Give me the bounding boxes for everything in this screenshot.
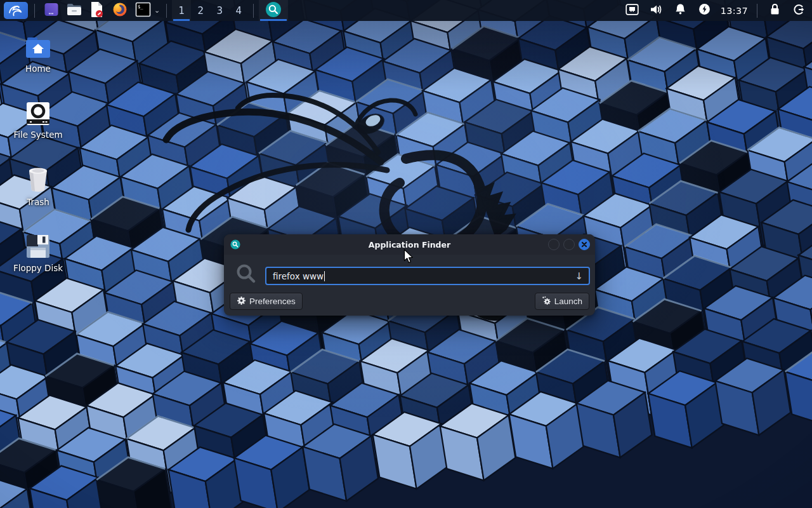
home-folder-icon [3,36,74,60]
notifications-tray-button[interactable] [674,0,688,21]
workspace-label: 2 [197,5,204,17]
dropdown-arrow-icon[interactable]: ↓ [575,271,583,282]
logout-icon [792,3,805,18]
workspace-label: 1 [178,5,185,17]
volume-tray-button[interactable] [650,0,664,21]
search-input[interactable]: firefox www ↓ [265,267,590,285]
power-manager-tray-button[interactable] [698,0,712,21]
file-manager-launcher[interactable] [65,0,84,21]
app-finder-icon [265,1,282,20]
preferences-button[interactable]: Preferences [230,293,303,310]
terminal-glyph: $_ [138,4,143,9]
search-input-value: firefox www [273,271,324,281]
network-icon [625,4,639,18]
preferences-label: Preferences [249,297,296,306]
chevron-down-icon: ⌄ [154,6,160,15]
close-icon [581,241,587,248]
lock-screen-button[interactable] [768,0,782,21]
firefox-icon [112,2,128,20]
clock-text: 13:37 [721,6,748,16]
file-manager-icon [66,3,82,19]
lock-icon [769,3,780,18]
desktop-icon-label: Trash [3,197,74,207]
desktop-icon-home[interactable]: Home [3,36,74,74]
top-panel: $_ ⌄ 1 2 3 4 [0,0,812,21]
button-row: Preferences [224,293,595,311]
workspace-label: 4 [235,5,242,17]
desktop-icon-trash[interactable]: Trash [3,166,74,207]
mouse-cursor [403,249,415,267]
window-title: Application Finder [224,240,595,250]
desktop-icon-label: Floppy Disk [3,263,74,273]
gear-icon [237,296,246,307]
workspace-label: 3 [216,5,223,17]
kali-menu-button[interactable] [4,2,28,19]
terminal-dropdown-button[interactable]: ⌄ [154,0,160,21]
text-editor-launcher[interactable] [88,0,107,21]
minimize-button[interactable] [548,239,560,250]
desktop: Home File System Trash [0,0,812,508]
kali-menu-icon [8,3,24,19]
panel-separator [253,4,254,18]
close-button[interactable] [579,239,590,250]
desktop-app-launcher[interactable] [42,0,61,21]
workspace-button-4[interactable]: 4 [229,0,248,21]
logout-button[interactable] [792,0,806,21]
power-manager-icon [698,3,710,18]
text-caret [324,271,325,281]
panel-separator [757,4,757,18]
application-finder-window: Application Finder firefox www [224,234,595,316]
file-system-drive-icon [3,102,74,126]
tasklist-app-finder[interactable] [259,0,288,21]
workspace-button-3[interactable]: 3 [210,0,229,21]
panel-separator [166,4,167,18]
workspace-button-1[interactable]: 1 [172,0,191,21]
text-editor-icon [89,1,105,20]
terminal-launcher[interactable]: $_ [133,0,152,21]
desktop-app-icon [44,2,59,20]
maximize-button[interactable] [563,239,575,250]
volume-icon [650,4,663,18]
clock[interactable]: 13:37 [721,0,748,21]
desktop-icon-label: Home [3,64,74,74]
desktop-icon-file-system[interactable]: File System [3,102,74,140]
search-icon [235,263,257,287]
network-tray-button[interactable] [625,0,639,21]
notifications-icon [674,3,686,18]
panel-separator [34,4,35,18]
floppy-disk-icon [3,234,74,259]
workspace-button-2[interactable]: 2 [191,0,210,21]
trash-icon [3,166,74,193]
terminal-icon: $_ [135,2,151,20]
firefox-launcher[interactable] [110,0,129,21]
launch-button[interactable]: Launch [535,293,589,310]
launch-label: Launch [554,297,582,306]
launch-icon [542,296,551,307]
desktop-icon-floppy-disk[interactable]: Floppy Disk [3,234,74,273]
desktop-icon-label: File System [3,130,74,140]
